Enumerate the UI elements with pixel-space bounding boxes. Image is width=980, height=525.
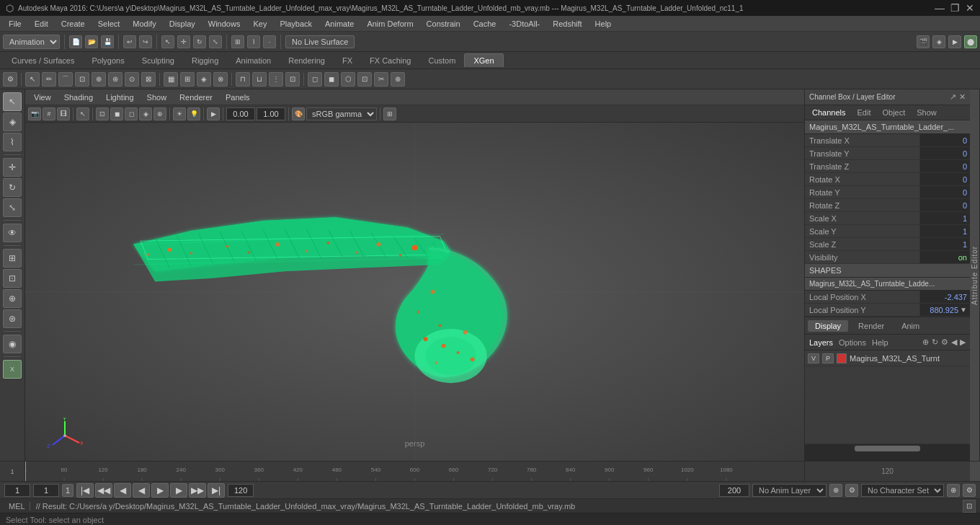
show-hide-btn[interactable]: 👁 [3, 224, 22, 242]
vp-select-icon[interactable]: ↖ [76, 107, 89, 120]
tool-14-icon[interactable]: ◻ [308, 72, 322, 87]
layers-refresh-icon[interactable]: ↻ [932, 338, 938, 347]
frame-start-field[interactable]: 1 [4, 484, 30, 497]
ipr-icon[interactable]: ◈ [932, 35, 945, 48]
cb-value-rotate-z[interactable]: 0 [919, 199, 970, 211]
vp-wireframe-icon[interactable]: ⊡ [96, 107, 109, 120]
tab-rigging[interactable]: Rigging [183, 54, 227, 67]
viewport-canvas[interactable]: persp X Y Z [25, 123, 804, 461]
next-key-btn[interactable]: ▶ [170, 483, 187, 498]
move-tool-icon[interactable]: ✛ [177, 35, 190, 48]
vp-menu-renderer[interactable]: Renderer [174, 92, 218, 103]
tool-16-icon[interactable]: ⬡ [341, 72, 355, 87]
tool-10-icon[interactable]: ⊗ [213, 72, 228, 87]
menu-modify[interactable]: Modify [127, 18, 161, 30]
char-set-select[interactable]: No Character Set [861, 484, 944, 497]
cb-value-translate-y[interactable]: 0 [919, 147, 970, 159]
redo-icon[interactable]: ↪ [139, 35, 152, 48]
menu-display[interactable]: Display [164, 18, 201, 30]
snap-surface-btn[interactable]: ⊛ [3, 309, 22, 328]
cb-value-rotate-x[interactable]: 0 [919, 173, 970, 185]
menu-redshift[interactable]: Redshift [547, 18, 587, 30]
tab-custom[interactable]: Custom [420, 54, 465, 67]
prev-key-btn[interactable]: ◀ [114, 483, 131, 498]
tool-9-icon[interactable]: ◈ [197, 72, 211, 87]
vp-menu-shading[interactable]: Shading [58, 92, 99, 103]
layers-add-icon[interactable]: ⊕ [922, 338, 929, 347]
tool-6-icon[interactable]: ⊠ [141, 72, 156, 87]
menu-constrain[interactable]: Constrain [421, 18, 466, 30]
tool-4-icon[interactable]: ⊛ [108, 72, 122, 87]
tab-curves-surfaces[interactable]: Curves / Surfaces [3, 54, 83, 67]
attribute-editor-side-label[interactable]: Attribute Editor [970, 89, 980, 461]
tool-paint-icon[interactable]: ✏ [42, 72, 56, 87]
snap-obj-btn[interactable]: ⊡ [3, 269, 22, 288]
anim-layer-settings-icon[interactable]: ⚙ [845, 484, 858, 497]
frame-end-display-field[interactable]: 120 [228, 484, 254, 497]
layer-play-btn[interactable]: P [822, 353, 834, 363]
restore-button[interactable]: ❐ [950, 2, 960, 14]
cb-value-rotate-y[interactable]: 0 [919, 186, 970, 198]
menu-file[interactable]: File [3, 18, 27, 30]
scale-tool-icon[interactable]: ⤡ [209, 35, 222, 48]
move-btn[interactable]: ✛ [3, 158, 22, 177]
select-tool-btn[interactable]: ↖ [3, 92, 22, 111]
menu-create[interactable]: Create [55, 18, 91, 30]
cb-expand-arrow[interactable]: ▼ [960, 306, 967, 314]
rb-tab-anim[interactable]: Anim [894, 320, 927, 332]
vp-exposure-field[interactable]: 0.00 [226, 107, 255, 120]
vp-camera-icon[interactable]: 📷 [28, 107, 41, 120]
tool-18-icon[interactable]: ✂ [374, 72, 388, 87]
char-set-settings-icon[interactable]: ⚙ [963, 484, 976, 497]
cb-value-scale-z[interactable]: 1 [919, 238, 970, 250]
vp-smooth-icon[interactable]: ◼ [110, 107, 123, 120]
new-scene-icon[interactable]: 📄 [69, 35, 82, 48]
render-seq-icon[interactable]: ▶ [948, 35, 961, 48]
scrollbar-thumb[interactable] [855, 446, 921, 451]
paint-select-btn[interactable]: ◈ [3, 112, 22, 131]
timeline-ruler[interactable]: 1 60 120 180 240 300 360 [25, 462, 804, 481]
tab-xgen[interactable]: XGen [464, 53, 503, 67]
cb-value-translate-z[interactable]: 0 [919, 160, 970, 172]
layers-settings-icon[interactable]: ⚙ [941, 338, 948, 347]
save-scene-icon[interactable]: 💾 [101, 35, 114, 48]
frame-current-field[interactable]: 1 [33, 484, 59, 497]
cb-tab-object[interactable]: Object [879, 107, 908, 118]
cb-tab-show[interactable]: Show [914, 107, 940, 118]
menu-anim-deform[interactable]: Anim Deform [361, 18, 419, 30]
right-panel-scrollbar[interactable] [805, 444, 970, 452]
render-icon[interactable]: 🎬 [917, 35, 930, 48]
snap-grid-icon[interactable]: ⊞ [231, 35, 244, 48]
layers-tab-layers[interactable]: Layers [809, 338, 833, 347]
lasso-select-btn[interactable]: ⌇ [3, 133, 22, 151]
tool-17-icon[interactable]: ⊡ [357, 72, 372, 87]
undo-icon[interactable]: ↩ [123, 35, 136, 48]
menu-help[interactable]: Help [589, 18, 618, 30]
tab-sculpting[interactable]: Sculpting [133, 54, 183, 67]
cb-value-scale-y[interactable]: 1 [919, 225, 970, 237]
rotate-tool-icon[interactable]: ↻ [193, 35, 206, 48]
tool-select-icon[interactable]: ↖ [25, 72, 40, 87]
vp-menu-lighting[interactable]: Lighting [100, 92, 140, 103]
play-forward-btn[interactable]: ▶ [151, 483, 169, 498]
select-tool-icon[interactable]: ↖ [161, 35, 174, 48]
rb-tab-display[interactable]: Display [808, 320, 848, 332]
minimize-button[interactable]: — [935, 2, 945, 14]
close-button[interactable]: ✕ [966, 2, 974, 14]
snap-point-icon[interactable]: · [263, 35, 276, 48]
tool-12-icon[interactable]: ⊔ [252, 72, 267, 87]
menu-cache[interactable]: Cache [468, 18, 502, 30]
menu-animate[interactable]: Animate [319, 18, 360, 30]
vp-gamma-field[interactable]: 1.00 [257, 107, 285, 120]
vp-playblast-icon[interactable]: ▶ [207, 107, 220, 120]
vp-shade-icon[interactable]: ◈ [139, 107, 152, 120]
menu-select[interactable]: Select [92, 18, 126, 30]
anim-layer-add-icon[interactable]: ⊕ [829, 484, 842, 497]
channel-box-close-icon[interactable]: ✕ [959, 92, 966, 102]
prev-frame-btn[interactable]: ◀◀ [95, 483, 112, 498]
script-editor-icon[interactable]: ⊡ [963, 500, 976, 513]
next-frame-btn[interactable]: ▶▶ [189, 483, 206, 498]
snap-curve-icon[interactable]: ⌇ [247, 35, 260, 48]
play-backward-btn[interactable]: ◀ [133, 483, 150, 498]
go-start-btn[interactable]: |◀ [76, 483, 94, 498]
